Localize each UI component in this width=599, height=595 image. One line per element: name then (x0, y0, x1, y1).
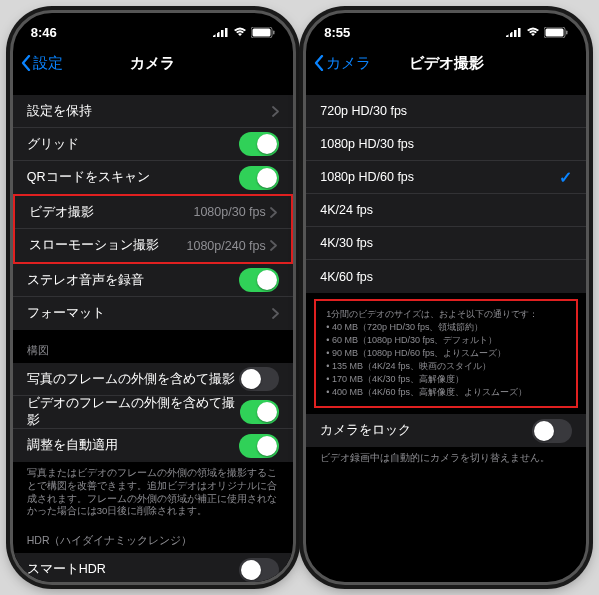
option-label: 720p HD/30 fps (320, 104, 407, 118)
page-title: カメラ (130, 54, 175, 73)
section-header-composition: 構図 (13, 330, 293, 363)
video-option-4[interactable]: 4K/30 fps (306, 227, 586, 260)
section-footer-composition: 写真またはビデオのフレームの外側の領域を撮影することで構図を改善できます。追加ビ… (13, 462, 293, 520)
chevron-right-icon (270, 207, 277, 218)
info-line: • 90 MB（1080p HD/60 fps、よりスムーズ） (326, 347, 566, 360)
section-header-hdr: HDR（ハイダイナミックレンジ） (13, 520, 293, 553)
settings-row-1[interactable]: グリッド (13, 128, 293, 161)
video-option-2[interactable]: 1080p HD/60 fps✓ (306, 161, 586, 194)
video-option-3[interactable]: 4K/24 fps (306, 194, 586, 227)
composition-row-0[interactable]: 写真のフレームの外側を含めて撮影 (13, 363, 293, 396)
info-line: • 60 MB（1080p HD/30 fps、デフォルト） (326, 334, 566, 347)
svg-rect-9 (514, 30, 517, 37)
row-label: フォーマット (27, 305, 105, 322)
row-label: 設定を保持 (27, 103, 92, 120)
settings2-row-1[interactable]: フォーマット (13, 297, 293, 330)
svg-rect-13 (566, 30, 568, 34)
toggle-switch[interactable] (239, 367, 279, 391)
nav-bar: 設定 カメラ (13, 45, 293, 81)
notch (376, 13, 516, 37)
info-line: • 170 MB（4K/30 fps、高解像度） (326, 373, 566, 386)
toggle-switch[interactable] (239, 268, 279, 292)
video-option-1[interactable]: 1080p HD/30 fps (306, 128, 586, 161)
info-line: • 40 MB（720p HD/30 fps、領域節約） (326, 321, 566, 334)
row-label: 調整を自動適用 (27, 437, 118, 454)
battery-icon (544, 27, 568, 38)
toggle-switch[interactable] (239, 132, 279, 156)
row-value: 1080p/240 fps (187, 239, 266, 253)
checkmark-icon: ✓ (559, 168, 572, 187)
row-label: ビデオ撮影 (29, 204, 94, 221)
wifi-icon (233, 27, 247, 37)
chevron-right-icon (272, 106, 279, 117)
phone-left: 8:46 設定 カメラ 設定を保持グリッドQRコードをスキャン ビデオ撮影108… (10, 10, 296, 585)
status-right (213, 27, 275, 38)
back-button[interactable]: 設定 (21, 54, 63, 73)
composition-row-2[interactable]: 調整を自動適用 (13, 429, 293, 462)
nav-bar: カメラ ビデオ撮影 (306, 45, 586, 81)
settings2-row-0[interactable]: ステレオ音声を録音 (13, 264, 293, 297)
toggle-switch[interactable] (239, 434, 279, 458)
chevron-right-icon (270, 240, 277, 251)
page-title: ビデオ撮影 (409, 54, 484, 73)
chevron-right-icon (272, 308, 279, 319)
option-label: 4K/30 fps (320, 236, 373, 250)
section-footer-lock: ビデオ録画中は自動的にカメラを切り替えません。 (306, 447, 586, 467)
video-option-5[interactable]: 4K/60 fps (306, 260, 586, 293)
notch (83, 13, 223, 37)
option-label: 1080p HD/30 fps (320, 137, 414, 151)
row-label: カメラをロック (320, 422, 411, 439)
highlight-box-video: ビデオ撮影1080p/30 fpsスローモーション撮影1080p/240 fps (13, 194, 293, 264)
composition-row-1[interactable]: ビデオのフレームの外側を含めて撮影 (13, 396, 293, 429)
video-row-0[interactable]: ビデオ撮影1080p/30 fps (15, 196, 291, 229)
back-label: 設定 (33, 54, 63, 73)
option-label: 4K/24 fps (320, 203, 373, 217)
phone-right: 8:55 カメラ ビデオ撮影 720p HD/30 fps1080p HD/30… (303, 10, 589, 585)
battery-icon (251, 27, 275, 38)
highlight-box-sizes: 1分間のビデオのサイズは、およそ以下の通りです：• 40 MB（720p HD/… (314, 299, 578, 408)
row-label: グリッド (27, 136, 79, 153)
settings-content[interactable]: 設定を保持グリッドQRコードをスキャン ビデオ撮影1080p/30 fpsスロー… (13, 81, 293, 582)
option-label: 1080p HD/60 fps (320, 170, 414, 184)
svg-rect-2 (221, 30, 224, 37)
svg-rect-6 (273, 30, 275, 34)
status-time: 8:46 (31, 25, 57, 40)
chevron-left-icon (314, 55, 324, 71)
row-label: スマートHDR (27, 561, 106, 578)
video-row-1[interactable]: スローモーション撮影1080p/240 fps (15, 229, 291, 262)
back-button[interactable]: カメラ (314, 54, 371, 73)
toggle-switch[interactable] (240, 400, 279, 424)
video-option-0[interactable]: 720p HD/30 fps (306, 95, 586, 128)
row-label: QRコードをスキャン (27, 169, 150, 186)
settings-row-2[interactable]: QRコードをスキャン (13, 161, 293, 194)
svg-rect-10 (518, 28, 521, 37)
settings-row-0[interactable]: 設定を保持 (13, 95, 293, 128)
row-label: ステレオ音声を録音 (27, 272, 144, 289)
row-label: ビデオのフレームの外側を含めて撮影 (27, 395, 240, 429)
toggle-switch[interactable] (239, 166, 279, 190)
toggle-switch[interactable] (239, 558, 279, 582)
row-label: 写真のフレームの外側を含めて撮影 (27, 371, 235, 388)
svg-rect-3 (225, 28, 228, 37)
option-label: 4K/60 fps (320, 270, 373, 284)
svg-rect-5 (252, 28, 270, 36)
settings-content[interactable]: 720p HD/30 fps1080p HD/30 fps1080p HD/60… (306, 81, 586, 582)
wifi-icon (526, 27, 540, 37)
chevron-left-icon (21, 55, 31, 71)
row-label: スローモーション撮影 (29, 237, 159, 254)
status-time: 8:55 (324, 25, 350, 40)
svg-rect-12 (546, 28, 564, 36)
row-value: 1080p/30 fps (193, 205, 265, 219)
status-right (506, 27, 568, 38)
hdr-row-0[interactable]: スマートHDR (13, 553, 293, 582)
camera-lock-row[interactable]: カメラをロック (306, 414, 586, 447)
info-title: 1分間のビデオのサイズは、およそ以下の通りです： (326, 308, 566, 321)
toggle-switch[interactable] (532, 419, 572, 443)
back-label: カメラ (326, 54, 371, 73)
info-line: • 135 MB（4K/24 fps、映画のスタイル） (326, 360, 566, 373)
info-line: • 400 MB（4K/60 fps、高解像度、よりスムーズ） (326, 386, 566, 399)
